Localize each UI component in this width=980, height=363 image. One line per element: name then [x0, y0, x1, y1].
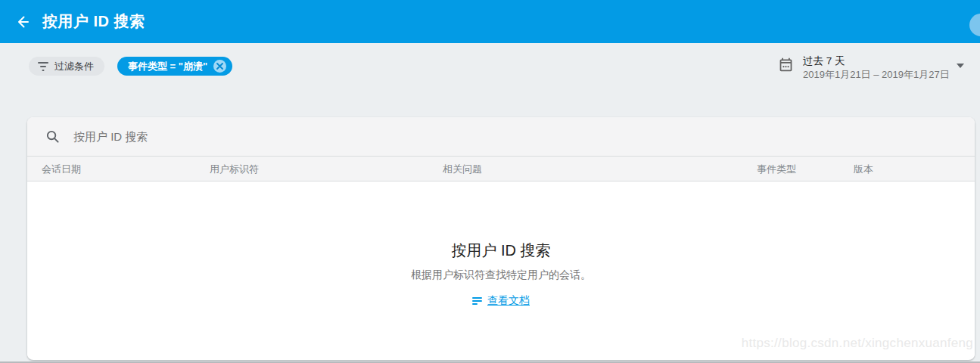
filter-button-label: 过滤条件	[54, 60, 94, 73]
avatar[interactable]	[969, 14, 980, 36]
watermark-text: https://blog.csdn.net/xingchenxuanfeng	[742, 336, 973, 351]
empty-state: 按用户 ID 搜索 根据用户标识符查找特定用户的会话。 查看文档 https:/…	[27, 182, 975, 358]
arrow-left-icon	[15, 14, 30, 29]
date-range-texts: 过去 7 天 2019年1月21日 – 2019年1月27日	[803, 54, 950, 81]
view-docs-link[interactable]: 查看文档	[472, 294, 530, 308]
empty-state-description: 根据用户标识符查找特定用户的会话。	[411, 268, 591, 282]
date-range-value: 2019年1月21日 – 2019年1月27日	[803, 68, 950, 81]
search-bar	[27, 117, 975, 157]
filter-icon	[38, 62, 48, 71]
date-range-label: 过去 7 天	[803, 54, 950, 67]
column-header-version: 版本	[854, 157, 873, 182]
date-range-picker[interactable]: 过去 7 天 2019年1月21日 – 2019年1月27日	[778, 54, 969, 81]
calendar-icon	[778, 57, 794, 73]
empty-state-title: 按用户 ID 搜索	[451, 240, 550, 261]
close-icon	[216, 63, 223, 70]
remove-filter-button[interactable]	[213, 60, 226, 73]
column-header-related-issues: 相关问题	[443, 157, 482, 182]
filter-button[interactable]: 过滤条件	[29, 57, 104, 76]
view-docs-link-label: 查看文档	[487, 294, 530, 308]
page: 按用户 ID 搜索 过滤条件 事件类型 = "崩溃" 过去 7 天 2019年1…	[0, 0, 980, 363]
chevron-down-icon[interactable]	[957, 64, 964, 68]
sessions-card: 会话日期 用户标识符 相关问题 事件类型 版本 按用户 ID 搜索 根据用户标识…	[27, 117, 975, 360]
page-title: 按用户 ID 搜索	[42, 11, 145, 32]
column-header-user-identifier: 用户标识符	[210, 157, 259, 182]
table-header: 会话日期 用户标识符 相关问题 事件类型 版本	[27, 157, 975, 182]
user-id-search-input[interactable]	[73, 130, 957, 143]
active-filter-chip[interactable]: 事件类型 = "崩溃"	[117, 57, 232, 76]
column-header-event-type: 事件类型	[757, 157, 796, 182]
back-button[interactable]	[9, 8, 36, 36]
active-filter-chip-label: 事件类型 = "崩溃"	[128, 60, 207, 73]
search-icon	[45, 129, 60, 144]
app-bar: 按用户 ID 搜索	[0, 0, 980, 43]
docs-icon	[472, 297, 482, 306]
column-header-session-date: 会话日期	[42, 157, 81, 182]
